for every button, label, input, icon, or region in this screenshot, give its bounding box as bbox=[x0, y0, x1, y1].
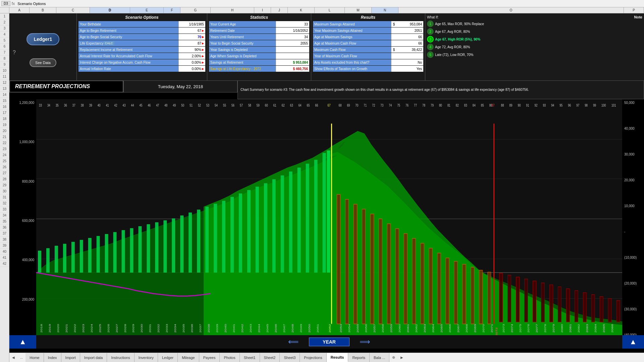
row-17: 17 bbox=[0, 110, 9, 116]
svg-text:2073: 2073 bbox=[502, 324, 505, 333]
svg-text:90: 90 bbox=[518, 103, 521, 107]
svg-rect-38 bbox=[281, 175, 284, 273]
scenario-value-charge[interactable]: 0.00% bbox=[178, 59, 205, 65]
nav-up-arrow-right[interactable]: ▲ bbox=[622, 335, 644, 349]
svg-text:2031: 2031 bbox=[149, 324, 152, 333]
scenario-value-life-expectancy[interactable]: 87 bbox=[178, 40, 205, 46]
note-item-2[interactable]: 2 Age 67, Avg ROR, 80% bbox=[427, 28, 642, 35]
results-label-age-max: Age at Maximum Savings bbox=[313, 34, 391, 40]
formula-icon: fx bbox=[12, 1, 15, 6]
svg-text:2079: 2079 bbox=[552, 324, 555, 333]
tab-photos[interactable]: Photos bbox=[220, 353, 239, 362]
col-header-e: E bbox=[130, 7, 164, 13]
tab-inventory[interactable]: Inventory bbox=[135, 353, 158, 362]
svg-text:42: 42 bbox=[114, 103, 117, 107]
cell-reference: D3 bbox=[1, 1, 10, 6]
scenario-value-interest[interactable]: 2.00% bbox=[178, 53, 205, 59]
col-header-a: A bbox=[9, 7, 30, 13]
scenario-value-replacement[interactable]: 90% bbox=[178, 47, 205, 53]
svg-text:89: 89 bbox=[509, 103, 513, 107]
note-item-3[interactable]: 3 Age 67, High ROR (5%), 90% bbox=[427, 36, 642, 43]
scenario-value-inflation[interactable]: 0.00% bbox=[178, 66, 205, 72]
svg-text:2074: 2074 bbox=[510, 324, 513, 333]
scenario-label-interest: Annual Interest Rate for Accumulated Cas… bbox=[78, 53, 178, 59]
svg-text:2077: 2077 bbox=[535, 324, 538, 333]
svg-text:48: 48 bbox=[164, 103, 167, 107]
chart-title: RETIREMENT PROJECTIONS bbox=[15, 83, 90, 89]
results-label-taxation: Show Effects of Taxation on Growth bbox=[313, 66, 391, 72]
svg-rect-57 bbox=[429, 248, 432, 324]
svg-text:40: 40 bbox=[98, 103, 101, 107]
note-item-5[interactable]: 5 Late (72), Low ROR, 70% bbox=[427, 51, 642, 58]
tab-sheet1[interactable]: Sheet1 bbox=[240, 353, 260, 362]
tab-ellipsis[interactable]: ... bbox=[17, 353, 25, 362]
tab-payees[interactable]: Payees bbox=[199, 353, 220, 362]
svg-text:2078: 2078 bbox=[544, 324, 547, 333]
svg-rect-54 bbox=[404, 234, 407, 324]
results-value-age-cf: 66 bbox=[396, 40, 423, 46]
svg-rect-35 bbox=[256, 187, 259, 273]
see-data-button[interactable]: See Data bbox=[30, 58, 56, 67]
tab-projections[interactable]: Projections bbox=[300, 353, 326, 362]
y-label-600: 600,000 bbox=[10, 219, 36, 223]
results-row-taxation: Show Effects of Taxation on Growth Yes bbox=[313, 66, 423, 72]
year-right-arrow[interactable]: ⟹ bbox=[360, 338, 370, 346]
svg-rect-58 bbox=[437, 253, 441, 324]
note-text-1: Age 65, Max ROR, 90% Replace bbox=[435, 22, 484, 26]
row-12: 12 bbox=[0, 80, 9, 86]
results-row-max-cf: Maximum Cash Flow $ 39,422 bbox=[313, 47, 423, 53]
col-header-l: L bbox=[315, 7, 345, 13]
svg-text:71: 71 bbox=[364, 103, 367, 107]
tab-scroll-left[interactable]: ◀ bbox=[9, 353, 17, 362]
tab-import[interactable]: Import bbox=[61, 353, 80, 362]
note-item-4[interactable]: 4 Age 72, Avg ROR, 80% bbox=[427, 44, 642, 50]
results-value-age-max: 66 bbox=[396, 34, 423, 40]
scenario-value-retirement[interactable]: 67 bbox=[178, 27, 205, 34]
svg-rect-50 bbox=[370, 214, 374, 324]
tab-scroll-right[interactable]: ▶ bbox=[398, 353, 406, 362]
tab-results[interactable]: Results bbox=[327, 353, 348, 362]
tab-bala[interactable]: Bala ... bbox=[370, 353, 389, 362]
tab-sheet2[interactable]: Sheet2 bbox=[260, 353, 280, 362]
calc-badge[interactable]: CALC bbox=[104, 41, 114, 45]
svg-text:2053: 2053 bbox=[339, 324, 342, 333]
row-27: 27 bbox=[0, 170, 9, 176]
svg-rect-26 bbox=[180, 216, 183, 273]
tab-instructions[interactable]: Instructions bbox=[107, 353, 134, 362]
tab-import-data[interactable]: Import data bbox=[80, 353, 107, 362]
svg-text:93: 93 bbox=[543, 103, 546, 107]
svg-rect-48 bbox=[354, 204, 357, 324]
svg-text:61: 61 bbox=[273, 103, 276, 107]
svg-text:2067: 2067 bbox=[457, 324, 460, 333]
year-left-arrow[interactable]: ⟸ bbox=[288, 338, 299, 346]
ledger1-logo[interactable]: Ledger1 bbox=[26, 33, 59, 45]
y-axis-right: 50,000 40,000 30,000 20,000 10,000 - (10… bbox=[622, 99, 644, 339]
tab-ledger[interactable]: Ledger bbox=[158, 353, 178, 362]
tab-add[interactable]: ⊕ bbox=[389, 353, 398, 362]
row-22: 22 bbox=[0, 140, 9, 146]
svg-rect-68 bbox=[516, 277, 520, 322]
row-18: 18 bbox=[0, 116, 9, 122]
scenario-value-social-security[interactable]: 70 bbox=[178, 34, 205, 40]
scenario-value-birthdate[interactable]: 1/16/1985 bbox=[178, 21, 205, 27]
tab-home[interactable]: Home bbox=[25, 353, 44, 362]
col-header-i: I bbox=[254, 7, 271, 13]
svg-rect-20 bbox=[130, 228, 133, 273]
svg-text:99: 99 bbox=[593, 103, 596, 107]
tab-mileage[interactable]: Mileage bbox=[178, 353, 199, 362]
tab-index[interactable]: Index bbox=[44, 353, 61, 362]
svg-rect-46 bbox=[337, 194, 340, 324]
row-29: 29 bbox=[0, 182, 9, 188]
results-dollar-2 bbox=[391, 27, 396, 34]
svg-text:2083: 2083 bbox=[586, 324, 589, 333]
stats-value-depleted bbox=[276, 47, 309, 53]
row-23: 23 bbox=[0, 146, 9, 152]
svg-text:76: 76 bbox=[406, 103, 409, 107]
svg-rect-31 bbox=[222, 201, 225, 273]
nav-up-arrow-left[interactable]: ▲ bbox=[9, 335, 36, 349]
note-item-1[interactable]: 1 Age 65, Max ROR, 90% Replace bbox=[427, 20, 642, 27]
svg-text:91: 91 bbox=[526, 103, 529, 107]
tab-sheet3[interactable]: Sheet3 bbox=[280, 353, 300, 362]
note-circle-2: 2 bbox=[427, 28, 434, 35]
tab-reports[interactable]: Reports bbox=[348, 353, 370, 362]
